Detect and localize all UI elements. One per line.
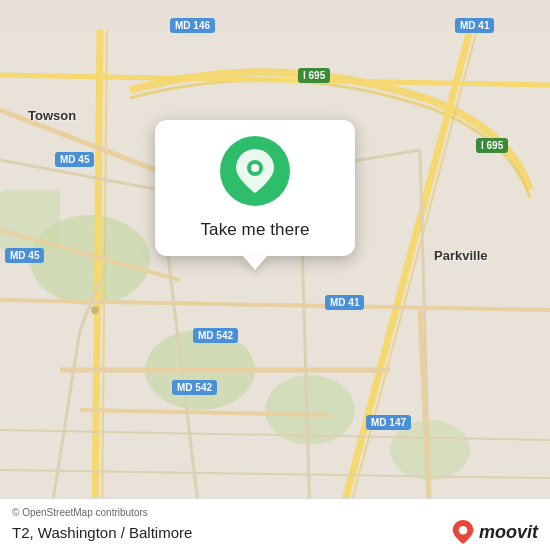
badge-md542b: MD 542 bbox=[172, 380, 217, 395]
label-parkville: Parkville bbox=[434, 248, 488, 263]
badge-md45a: MD 45 bbox=[55, 152, 94, 167]
svg-point-7 bbox=[91, 306, 99, 314]
badge-i695b: I 695 bbox=[476, 138, 508, 153]
badge-md542a: MD 542 bbox=[193, 328, 238, 343]
map-background bbox=[0, 0, 550, 550]
location-pin-icon bbox=[236, 149, 274, 193]
badge-md147: MD 147 bbox=[366, 415, 411, 430]
badge-md41a: MD 41 bbox=[455, 18, 494, 33]
moovit-brand-text: moovit bbox=[479, 522, 538, 543]
take-me-there-button[interactable]: Take me there bbox=[200, 218, 309, 242]
attribution-text: © OpenStreetMap contributors bbox=[12, 507, 538, 518]
svg-point-10 bbox=[459, 526, 468, 535]
svg-point-9 bbox=[251, 164, 259, 172]
pin-icon-background bbox=[220, 136, 290, 206]
label-towson: Towson bbox=[28, 108, 76, 123]
badge-md41b: MD 41 bbox=[325, 295, 364, 310]
svg-rect-4 bbox=[0, 190, 60, 250]
bottom-bar: © OpenStreetMap contributors T2, Washing… bbox=[0, 498, 550, 550]
moovit-logo: moovit bbox=[451, 520, 538, 544]
location-label: T2, Washington / Baltimore bbox=[12, 524, 192, 541]
badge-md45b: MD 45 bbox=[5, 248, 44, 263]
badge-i695a: I 695 bbox=[298, 68, 330, 83]
badge-md146: MD 146 bbox=[170, 18, 215, 33]
popup-card: Take me there bbox=[155, 120, 355, 256]
map-container: MD 146 MD 41 I 695 MD 45 I 695 MD 45 MD … bbox=[0, 0, 550, 550]
moovit-pin-icon bbox=[451, 520, 475, 544]
bottom-info-row: T2, Washington / Baltimore moovit bbox=[12, 520, 538, 544]
